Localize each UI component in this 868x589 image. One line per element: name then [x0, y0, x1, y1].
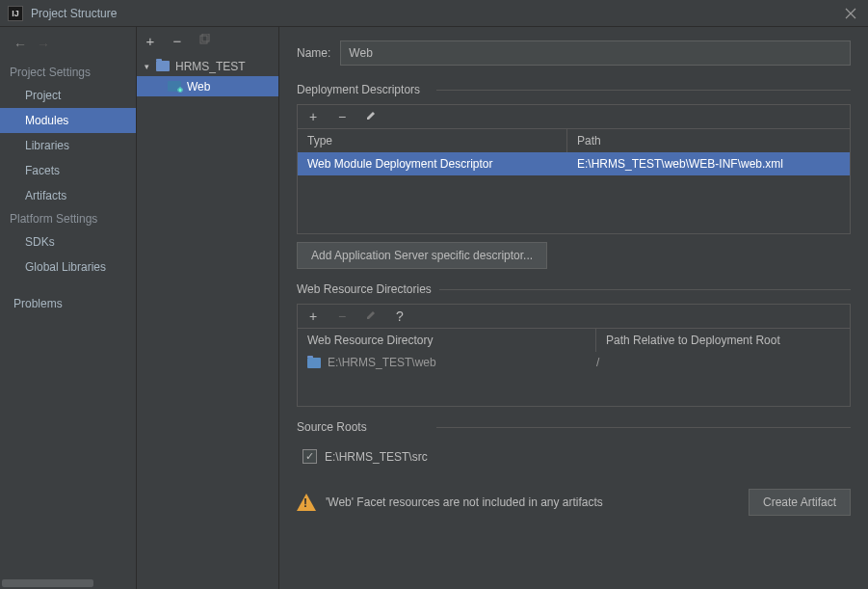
tree-item-root[interactable]: ▾ HRMS_TEST [137, 56, 278, 76]
module-tree: ▾ HRMS_TEST Web [137, 54, 278, 96]
col-path: Path [567, 129, 850, 152]
col-webres-rel: Path Relative to Deployment Root [596, 329, 850, 352]
web-resource-section: Web Resource Directories + − ? Web Resou… [297, 282, 851, 407]
sidebar-scrollbar[interactable] [2, 579, 93, 587]
add-icon[interactable]: + [143, 33, 158, 49]
tree-toolbar: + − [137, 27, 278, 54]
platform-settings-heading: Platform Settings [0, 208, 136, 229]
name-row: Name: [297, 40, 851, 66]
project-settings-heading: Project Settings [0, 62, 136, 83]
tree-web-label: Web [187, 80, 210, 94]
warning-icon [297, 494, 316, 511]
create-artifact-button[interactable]: Create Artifact [749, 489, 851, 516]
nav-back-icon[interactable]: ← [13, 37, 27, 52]
deploy-row-type: Web Module Deployment Descriptor [298, 152, 567, 175]
sidebar-item-problems[interactable]: Problems [0, 291, 136, 316]
svg-rect-0 [200, 36, 207, 43]
webres-help-icon[interactable]: ? [392, 308, 408, 324]
nav-history: ← → [0, 33, 136, 62]
tree-item-web[interactable]: Web [137, 76, 278, 96]
webres-edit-icon[interactable] [363, 308, 379, 324]
webres-section-title: Web Resource Directories [297, 282, 851, 296]
deployment-descriptors-section: Deployment Descriptors + − Type Path Web… [297, 83, 851, 269]
deploy-remove-icon[interactable]: − [334, 109, 350, 124]
webres-dir-cell: E:\HRMS_TEST\web [307, 356, 596, 369]
sidebar-item-sdks[interactable]: SDKs [0, 229, 136, 254]
table-empty-space [298, 175, 850, 233]
source-root-checkbox[interactable]: ✓ [302, 449, 317, 464]
remove-icon[interactable]: − [170, 33, 185, 49]
web-facet-icon [168, 81, 181, 92]
main-layout: ← → Project Settings Project Modules Lib… [0, 27, 868, 589]
nav-forward-icon[interactable]: → [37, 37, 50, 52]
sidebar-item-modules[interactable]: Modules [0, 108, 136, 133]
deploy-toolbar: + − [298, 105, 850, 128]
svg-rect-1 [202, 34, 209, 41]
table-empty-space [298, 373, 850, 406]
deploy-section-title: Deployment Descriptors [297, 83, 851, 96]
sidebar-item-libraries[interactable]: Libraries [0, 133, 136, 158]
module-tree-panel: + − ▾ HRMS_TEST Web [137, 27, 279, 589]
warning-text: 'Web' Facet resources are not included i… [326, 495, 739, 509]
content-panel: Name: Deployment Descriptors + − Type Pa… [279, 27, 868, 589]
app-icon: IJ [8, 6, 23, 21]
deploy-row[interactable]: Web Module Deployment Descriptor E:\HRMS… [298, 152, 850, 175]
copy-icon[interactable] [197, 33, 212, 49]
facet-name-input[interactable] [340, 40, 851, 66]
webres-rel-cell: / [596, 356, 840, 369]
folder-icon [307, 358, 321, 368]
webres-dir-value: E:\HRMS_TEST\web [328, 356, 436, 369]
source-roots-section: Source Roots ✓ E:\HRMS_TEST\src [297, 420, 851, 471]
webres-table: + − ? Web Resource Directory Path Relati… [297, 304, 851, 407]
webres-table-head: Web Resource Directory Path Relative to … [298, 328, 850, 352]
name-label: Name: [297, 46, 330, 60]
webres-add-icon[interactable]: + [305, 308, 321, 324]
deploy-edit-icon[interactable] [363, 109, 379, 124]
sidebar-item-artifacts[interactable]: Artifacts [0, 183, 136, 208]
source-roots-title: Source Roots [297, 420, 851, 434]
source-root-item[interactable]: ✓ E:\HRMS_TEST\src [297, 442, 851, 471]
webres-remove-icon[interactable]: − [334, 308, 350, 324]
webres-toolbar: + − ? [298, 305, 850, 328]
deploy-row-path: E:\HRMS_TEST\web\WEB-INF\web.xml [567, 152, 850, 175]
webres-row[interactable]: E:\HRMS_TEST\web / [298, 352, 850, 373]
source-root-path: E:\HRMS_TEST\src [325, 450, 428, 464]
close-icon[interactable] [843, 6, 858, 21]
window-title: Project Structure [31, 7, 117, 20]
deploy-table-head: Type Path [298, 128, 850, 152]
settings-sidebar: ← → Project Settings Project Modules Lib… [0, 27, 137, 589]
deploy-add-icon[interactable]: + [305, 109, 321, 124]
titlebar: IJ Project Structure [0, 0, 868, 27]
folder-icon [156, 61, 170, 71]
sidebar-item-facets[interactable]: Facets [0, 158, 136, 183]
col-type: Type [298, 129, 567, 152]
warning-row: 'Web' Facet resources are not included i… [297, 485, 851, 520]
sidebar-item-global-libraries[interactable]: Global Libraries [0, 254, 136, 280]
sidebar-item-project[interactable]: Project [0, 83, 136, 108]
deploy-table: + − Type Path Web Module Deployment Desc… [297, 104, 851, 234]
tree-root-label: HRMS_TEST [175, 60, 246, 73]
expand-icon[interactable]: ▾ [145, 62, 152, 71]
col-webres-dir: Web Resource Directory [298, 329, 596, 352]
add-server-descriptor-button[interactable]: Add Application Server specific descript… [297, 242, 547, 269]
